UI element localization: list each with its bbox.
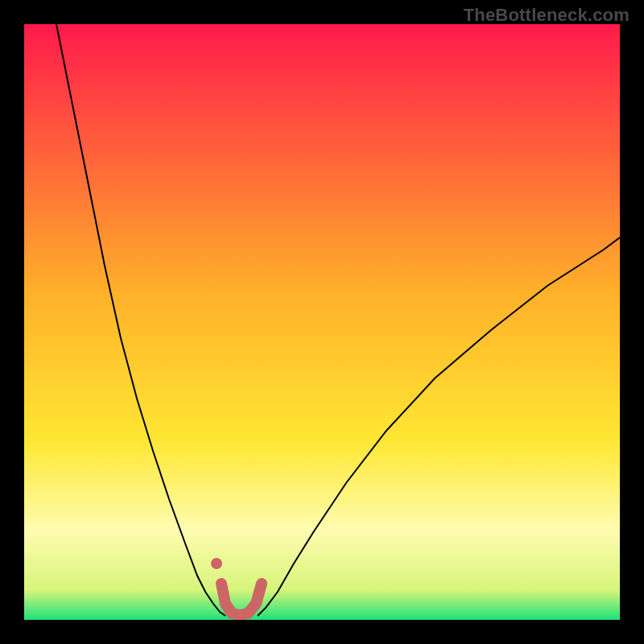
chart-frame: TheBottleneck.com xyxy=(0,0,644,644)
series-overlay-dot xyxy=(211,558,222,569)
watermark-text: TheBottleneck.com xyxy=(464,5,630,26)
plot-area xyxy=(24,24,620,620)
chart-background xyxy=(24,24,620,620)
chart-svg xyxy=(24,24,620,620)
